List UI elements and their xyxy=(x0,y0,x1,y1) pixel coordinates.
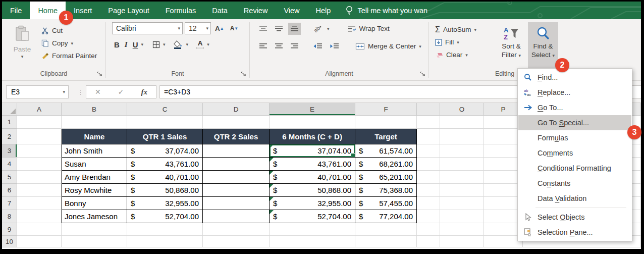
cell-col61[interactable] xyxy=(417,116,440,129)
cell-A4[interactable] xyxy=(17,158,62,171)
cell-col64[interactable] xyxy=(417,158,440,171)
menu-item-conditional-formatting[interactable]: Conditional Formatting xyxy=(518,161,631,176)
cell-D6[interactable] xyxy=(203,184,270,197)
font-color-button[interactable]: A xyxy=(194,38,206,50)
align-right-icon[interactable] xyxy=(288,40,301,53)
cell-F3[interactable]: $61,574.00 xyxy=(355,144,417,158)
enter-button[interactable]: ✓ xyxy=(118,88,124,96)
cell-A2[interactable] xyxy=(17,129,62,144)
italic-button[interactable]: I xyxy=(123,38,130,50)
row-header-9[interactable]: 9 xyxy=(2,223,17,236)
cell-E2[interactable]: 6 Months (C + D) xyxy=(270,129,355,144)
underline-button[interactable]: U xyxy=(131,38,140,50)
row-header-4[interactable]: 4 xyxy=(2,158,17,171)
alignment-dialog-launcher-icon[interactable] xyxy=(420,71,425,77)
menu-item-go-to[interactable]: Go To... xyxy=(518,100,631,115)
borders-chevron-icon[interactable]: ▾ xyxy=(163,42,166,47)
cell-C5[interactable]: $40,701.00 xyxy=(127,171,203,184)
cell-E6[interactable]: $50,868.00 xyxy=(270,184,355,197)
column-header-E[interactable]: E xyxy=(270,103,355,116)
cell-B3[interactable]: John Smith xyxy=(62,144,127,158)
cell-A6[interactable] xyxy=(17,184,62,197)
row-header-3[interactable]: 3 xyxy=(2,144,17,158)
cell-B2[interactable]: Name xyxy=(62,129,127,144)
autosum-button[interactable]: Σ AutoSum ▾ xyxy=(435,23,495,36)
column-header-blank[interactable] xyxy=(417,103,440,116)
align-center-icon[interactable] xyxy=(273,40,285,53)
cell-D3[interactable] xyxy=(203,144,270,158)
cell-E8[interactable]: $52,704.00 xyxy=(270,210,355,223)
decrease-indent-icon[interactable] xyxy=(311,40,325,53)
cell-O2[interactable] xyxy=(440,129,484,144)
cell-O5[interactable] xyxy=(440,171,484,184)
cell-D9[interactable] xyxy=(203,223,270,236)
middle-align-icon[interactable] xyxy=(273,23,285,35)
cell-F2[interactable]: Target xyxy=(355,129,417,144)
cell-O8[interactable] xyxy=(440,210,484,223)
cell-E3[interactable]: $37,074.00 xyxy=(270,144,355,158)
clipboard-dialog-launcher-icon[interactable] xyxy=(97,71,102,77)
increase-indent-icon[interactable] xyxy=(328,40,341,53)
sort-filter-button[interactable]: AZ Sort & Filter ▾ xyxy=(495,22,528,70)
cut-button[interactable]: Cut xyxy=(41,24,97,37)
cell-F1[interactable] xyxy=(355,116,417,129)
row-header-5[interactable]: 5 xyxy=(2,171,17,184)
row-header-2[interactable]: 2 xyxy=(2,129,17,144)
menu-item-data-validation[interactable]: Data Validation xyxy=(518,191,631,206)
cell-A10[interactable] xyxy=(17,236,62,247)
column-header-B[interactable]: B xyxy=(62,103,127,116)
cell-B8[interactable]: Jones Jameson xyxy=(62,210,127,223)
column-header-F[interactable]: F xyxy=(355,103,417,116)
cell-col610[interactable] xyxy=(417,236,440,247)
cell-col65[interactable] xyxy=(417,171,440,184)
underline-chevron-icon[interactable]: ▾ xyxy=(141,42,144,47)
cell-B6[interactable]: Rosy Mcwhite xyxy=(62,184,127,197)
cell-F8[interactable]: $77,204.00 xyxy=(355,210,417,223)
row-header-8[interactable]: 8 xyxy=(2,210,17,223)
menu-item-selection-pane[interactable]: Selection Pane... xyxy=(518,225,631,240)
cell-C9[interactable] xyxy=(127,223,203,236)
bold-button[interactable]: B xyxy=(112,38,122,50)
fill-color-chevron-icon[interactable]: ▾ xyxy=(186,42,189,47)
menu-item-constants[interactable]: Constants xyxy=(518,176,631,191)
cell-F5[interactable]: $65,201.00 xyxy=(355,171,417,184)
cell-D1[interactable] xyxy=(203,116,270,129)
tab-page-layout[interactable]: Page Layout xyxy=(100,2,157,19)
cell-F9[interactable] xyxy=(355,223,417,236)
cell-E9[interactable] xyxy=(270,223,355,236)
tab-file[interactable]: File xyxy=(2,2,30,19)
cell-A8[interactable] xyxy=(17,210,62,223)
cell-D2[interactable]: QTR 2 Sales xyxy=(203,129,270,144)
cell-C7[interactable]: $32,955.00 xyxy=(127,197,203,210)
cell-B9[interactable] xyxy=(62,223,127,236)
wrap-text-button[interactable]: Wrap Text xyxy=(348,22,390,35)
tab-help[interactable]: Help xyxy=(308,2,339,19)
menu-item-find[interactable]: Find... xyxy=(518,70,631,85)
align-left-icon[interactable] xyxy=(257,40,270,53)
name-box[interactable]: E3 ▾ xyxy=(6,85,69,98)
cell-O1[interactable] xyxy=(440,116,484,129)
cell-O4[interactable] xyxy=(440,158,484,171)
cell-O9[interactable] xyxy=(440,223,484,236)
cell-col67[interactable] xyxy=(417,197,440,210)
cell-E4[interactable]: $43,761.00 xyxy=(270,158,355,171)
menu-item-go-to-special[interactable]: Go To Special... xyxy=(518,115,631,130)
cell-B5[interactable]: Amy Brendan xyxy=(62,171,127,184)
cell-A1[interactable] xyxy=(17,116,62,129)
paste-button[interactable]: Paste ▾ xyxy=(8,22,36,70)
column-header-C[interactable]: C xyxy=(127,103,203,116)
cell-col62[interactable] xyxy=(417,129,440,144)
merge-center-button[interactable]: Merge & Center ▾ xyxy=(355,40,421,53)
tab-data[interactable]: Data xyxy=(204,2,236,19)
font-name-combobox[interactable]: Calibri ▾ xyxy=(112,22,183,34)
tab-view[interactable]: View xyxy=(276,2,307,19)
menu-item-replace[interactable]: abacReplace... xyxy=(518,85,631,100)
top-align-icon[interactable] xyxy=(257,23,270,35)
cell-A7[interactable] xyxy=(17,197,62,210)
fill-color-button[interactable] xyxy=(172,38,185,50)
cell-O3[interactable] xyxy=(440,144,484,158)
cell-E5[interactable]: $40,701.00 xyxy=(270,171,355,184)
cell-B1[interactable] xyxy=(62,116,127,129)
clear-button[interactable]: Clear ▾ xyxy=(435,48,495,61)
cell-O10[interactable] xyxy=(440,236,484,247)
